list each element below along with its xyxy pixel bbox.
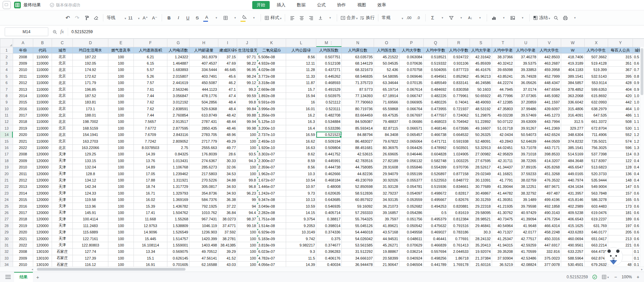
header-cell[interactable]: 人均大学生 xyxy=(538,47,561,54)
cell[interactable]: 42.59259 xyxy=(514,242,538,248)
row-header[interactable]: 16 xyxy=(0,144,13,151)
cell[interactable]: 27.00982 xyxy=(470,151,492,157)
cell[interactable]: 0.441752 xyxy=(316,151,342,157)
cell[interactable]: 445.1273 xyxy=(538,112,561,118)
cell[interactable]: 47.12385 xyxy=(492,99,514,105)
cell[interactable]: 486 xyxy=(608,112,633,118)
cell[interactable]: 100.4114 xyxy=(73,216,108,222)
cell[interactable]: 0.591938 xyxy=(448,138,470,144)
cell[interactable]: 99.8 xyxy=(237,99,257,105)
cell[interactable]: 天津 xyxy=(52,190,73,196)
cell[interactable]: 40.73475 xyxy=(492,216,514,222)
cell[interactable]: 1.55268 xyxy=(167,216,190,222)
name-box[interactable]: M14 xyxy=(5,27,48,36)
cell[interactable]: 67.18914 xyxy=(374,92,399,99)
cell[interactable]: 5.57 xyxy=(134,67,167,73)
cell[interactable]: 2016 xyxy=(13,203,33,209)
cell[interactable]: 563.7848 xyxy=(585,190,608,196)
cell[interactable]: 128.8 xyxy=(73,170,108,177)
cell[interactable]: 385.1541 xyxy=(561,144,585,151)
row-header[interactable]: 8 xyxy=(0,92,13,99)
cell[interactable]: 2020 xyxy=(13,132,33,138)
cell[interactable]: 173 xyxy=(608,203,633,209)
cell[interactable]: 111.2483 xyxy=(73,222,108,229)
cell[interactable]: 100 xyxy=(108,125,134,131)
cell[interactable]: 148 xyxy=(608,177,633,183)
cell[interactable]: 84.88794 xyxy=(342,132,374,138)
cell[interactable]: 34.88 xyxy=(218,177,237,183)
fill-color-dropdown[interactable] xyxy=(249,13,258,22)
cell[interactable]: 38.37366 xyxy=(492,54,514,60)
filter-dropdown[interactable] xyxy=(456,13,466,22)
cell[interactable]: 35.74928 xyxy=(514,73,538,79)
cell[interactable]: 北京 xyxy=(52,119,73,125)
cell[interactable]: 120000 xyxy=(33,164,52,170)
cell[interactable]: 99.84 xyxy=(237,105,257,112)
bold-button[interactable]: B xyxy=(164,13,174,22)
filter-button[interactable] xyxy=(447,13,456,22)
cell[interactable]: 7.7242 xyxy=(134,138,167,144)
cell[interactable]: 39.79598 xyxy=(514,203,538,209)
cell[interactable]: 0.498672 xyxy=(424,190,448,196)
menu-tab-视图[interactable]: 视图 xyxy=(353,1,370,9)
column-header-clipped[interactable] xyxy=(633,39,644,47)
cell[interactable]: 2012 xyxy=(13,79,33,86)
header-cell[interactable]: 每百人公共 xyxy=(608,47,633,54)
cell[interactable]: 7.6709 xyxy=(134,132,167,138)
cell[interactable]: 0.064426 xyxy=(399,144,424,151)
cell[interactable]: 0.396283 xyxy=(316,249,342,255)
cell[interactable]: 508 xyxy=(608,119,633,125)
cell[interactable]: 11.668 xyxy=(134,216,167,222)
cell[interactable]: 0.065064 xyxy=(399,138,424,144)
cell[interactable]: 1.106768 xyxy=(167,164,190,170)
cell[interactable]: 440.7974 xyxy=(561,177,585,183)
menu-tab-开始[interactable]: 开始 xyxy=(252,1,270,9)
cell[interactable]: 0.673586 xyxy=(448,125,470,131)
cell[interactable]: 0.494253 xyxy=(424,203,448,209)
cell[interactable]: 0.405714 xyxy=(316,209,342,216)
cell[interactable]: 84.3408 xyxy=(374,132,399,138)
cell[interactable]: 0.522553 xyxy=(424,177,448,183)
cell[interactable]: 450.3316 xyxy=(538,235,561,242)
cell[interactable]: 40.32412 xyxy=(492,60,514,66)
cell[interactable]: 967.7431 xyxy=(190,216,218,222)
increase-decimal-button[interactable]: .00 xyxy=(404,13,414,22)
cell[interactable]: 53.561585 xyxy=(342,242,374,248)
cell[interactable]: 354.8736 xyxy=(190,190,218,196)
cell[interactable]: 14.9096 xyxy=(134,229,167,235)
cell[interactable]: 1.514757 xyxy=(167,235,190,242)
cell[interactable]: 77.134393 xyxy=(342,92,374,99)
cell[interactable]: 45.26271 xyxy=(374,242,399,248)
header-cell[interactable]: 人均邮递量 xyxy=(190,47,218,54)
cell[interactable]: 32.06 xyxy=(218,164,237,170)
cell[interactable]: 1.003225 xyxy=(448,157,470,164)
cell[interactable]: 174.92 xyxy=(73,67,108,73)
cell[interactable]: 26.69605 xyxy=(374,151,399,157)
cell[interactable]: 82.87115 xyxy=(374,125,399,131)
cell[interactable]: 11.28 xyxy=(286,67,316,73)
cell[interactable]: 315 xyxy=(608,54,633,60)
cell[interactable]: 北京 xyxy=(52,99,73,105)
cell[interactable]: 442.6524 xyxy=(538,132,561,138)
cell[interactable]: 110000 xyxy=(33,99,52,105)
header-cell[interactable]: 建成区绿化 xyxy=(218,47,237,54)
cell[interactable]: 43.85241 xyxy=(492,73,514,79)
cell[interactable]: 145.91 xyxy=(73,209,108,216)
cell[interactable]: 100 xyxy=(108,190,134,196)
cell[interactable]: 120000 xyxy=(33,196,52,203)
cell[interactable]: 0.495379 xyxy=(424,216,448,222)
cell[interactable]: 8.56 xyxy=(286,54,316,60)
cell[interactable]: 0.620635 xyxy=(316,190,342,196)
cell[interactable]: 37.07365 xyxy=(514,92,538,99)
cell[interactable]: 41.25347 xyxy=(492,235,514,242)
cell[interactable]: 3.049e-08 xyxy=(257,203,286,209)
cell[interactable]: 41.89621 xyxy=(374,222,399,229)
cell[interactable]: 0.5 xyxy=(424,209,448,216)
cell[interactable]: 2020 xyxy=(13,229,33,235)
cell[interactable]: 16 xyxy=(286,99,316,105)
cell[interactable]: 363.2068 xyxy=(561,92,585,99)
cell[interactable]: 10.3149 xyxy=(286,229,316,235)
cell[interactable]: 41.7791 xyxy=(492,177,514,183)
sort-dropdown[interactable] xyxy=(475,13,484,22)
cell[interactable]: 147 xyxy=(608,184,633,190)
